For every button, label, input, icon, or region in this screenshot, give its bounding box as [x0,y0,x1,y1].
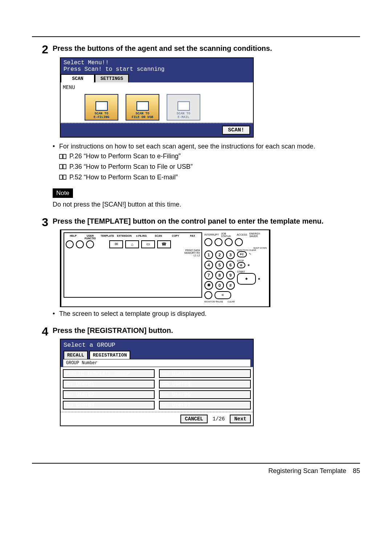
group-item[interactable]: 007 User07 [159,401,251,410]
copy-mode-button[interactable]: ▭ [141,240,155,248]
function-clear-button[interactable]: FC [237,251,247,257]
scan-screen-title2: Press Scan! to start scanning [64,66,250,73]
step-2: 2 Press the buttons of the agent and set… [32,44,360,209]
reference-row: P.52 “How to Perform Scan to E-mail” [59,172,360,183]
keypad-1[interactable]: 1 [204,250,213,259]
cancel-button[interactable]: CANCEL [180,415,207,423]
step-heading: Press the [TEMPLATE] button on the contr… [53,216,360,226]
page-footer: Registering Scan Template 85 [32,463,360,475]
keypad-9[interactable]: 9 [226,271,235,280]
keypad-0[interactable]: 0 [215,281,224,290]
group-screen-illustration: Select a GROUP RECALL REGISTRATION GROUP… [60,339,254,426]
scan-to-efiling-button[interactable]: SCAN TO E-FILING [85,94,118,121]
efiling-button[interactable]: ✉ [109,240,123,248]
reference-row: P.36 “How to Perform Scan to File or USB… [59,162,360,172]
group-item[interactable]: 005 User05 [159,380,251,388]
bullet-icon: • [53,142,59,151]
bullet-text: For instructions on how to set each scan… [59,142,315,151]
keypad-5[interactable]: 5 [215,261,224,269]
page-number: 85 [353,467,360,475]
group-item[interactable]: 002 User02 [63,390,155,399]
control-panel-illustration: HELP USER FUNCTIO TEMPLATE EXTENSION e-F… [60,229,270,307]
step-number: 4 [32,326,53,430]
access-button[interactable] [225,238,233,246]
keypad-2[interactable]: 2 [215,250,224,259]
reference-row: P.26 “How to Perform Scan to e-Filing” [59,151,360,162]
scan-mode-button[interactable]: ⌂ [125,240,139,248]
tab-scan[interactable]: SCAN [61,74,95,82]
keypad-6[interactable]: 6 [226,261,235,269]
group-item[interactable]: 003 User03 [63,401,155,410]
group-item[interactable]: 001 User01 [63,380,155,388]
start-button[interactable]: ◈ [237,273,256,285]
step-3: 3 Press the [TEMPLATE] button on the con… [32,216,360,318]
help-button[interactable] [66,240,74,248]
step-heading: Press the [REGISTRATION] button. [53,326,360,335]
step-number: 2 [32,44,53,209]
group-item[interactable]: PUBLIC TEMPLATE GROUP [63,369,155,378]
book-icon [59,175,66,180]
step-4: 4 Press the [REGISTRATION] button. Selec… [32,326,360,430]
note-text: Do not press the [SCAN!] button at this … [53,200,360,209]
user-functions-button[interactable] [76,240,84,248]
keypad-hash[interactable]: # [226,281,235,290]
tab-recall[interactable]: RECALL [64,351,88,359]
pager-text: 1/26 [213,416,225,422]
keypad-8[interactable]: 8 [215,271,224,280]
group-screen-title: Select a GROUP [61,339,253,351]
template-button[interactable] [86,240,94,248]
fax-mode-button[interactable]: ☎ [157,240,171,248]
interrupt-button[interactable] [204,238,212,246]
energy-saver-button[interactable] [235,238,243,246]
step-heading: Press the buttons of the agent and set t… [53,44,360,53]
tab-registration[interactable]: REGISTRATION [89,351,131,359]
group-number-label: GROUP Number [63,359,251,367]
monitor-pause-button[interactable] [204,291,212,299]
group-item[interactable]: 004 User04 [159,369,251,378]
scan-to-file-usb-button[interactable]: SCAN TO FILE OR USB [126,94,159,121]
keypad-4[interactable]: 4 [204,261,213,269]
clear-button[interactable]: C [215,291,231,299]
step-number: 3 [32,216,53,318]
book-icon [59,164,66,169]
scan-button[interactable]: SCAN! [222,126,250,135]
menu-label: MENU [63,85,251,90]
scan-to-email-button[interactable]: SCAN TO E-MAIL [167,94,200,121]
scan-screen-title1: Select Menu!! [64,60,250,66]
stop-button[interactable]: ⊘ [237,262,245,268]
footer-title: Registering Scan Template [268,467,346,475]
bullet-icon: • [53,309,59,318]
keypad-star[interactable]: ✱ [204,281,213,290]
keypad-3[interactable]: 3 [226,250,235,259]
next-button[interactable]: Next [230,415,251,423]
group-item[interactable]: 006 User06 [159,390,251,399]
keypad-7[interactable]: 7 [204,271,213,280]
scan-screen-illustration: Select Menu!! Press Scan! to start scann… [60,57,254,138]
job-status-button[interactable] [215,238,222,246]
bullet-text: The screen to select a template group is… [59,309,207,318]
note-badge: Note [53,188,73,198]
pen-icon: ✎ [249,253,251,256]
book-icon [59,154,66,159]
tab-settings[interactable]: SETTINGS [95,74,129,82]
